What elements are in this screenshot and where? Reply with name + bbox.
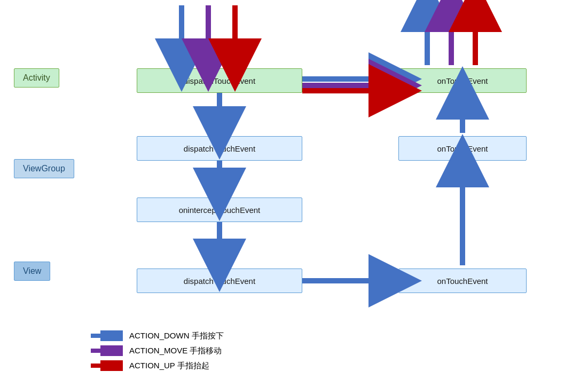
arrows-svg [0,0,588,387]
legend-action-down: ACTION_DOWN 手指按下 [91,330,224,341]
legend: ACTION_DOWN 手指按下 ACTION_MOVE 手指移动 [91,330,224,371]
box-dispatch-activity: dispatchTouchEvent [137,68,302,93]
legend-arrow-red [91,360,123,371]
legend-action-move: ACTION_MOVE 手指移动 [91,345,224,356]
legend-action-up: ACTION_UP 手指抬起 [91,360,224,371]
label-view: View [14,262,50,281]
box-ontouch-view: onTouchEvent [398,268,527,293]
legend-arrow-blue [91,330,123,341]
box-ontouch-vg: onTouchEvent [398,136,527,161]
box-ontouch-activity: onTouchEvent [398,68,527,93]
box-dispatch-view: dispatchTouchEvent [137,268,302,293]
box-dispatch-vg: dispatchTouchEvent [137,136,302,161]
label-activity: Activity [14,68,59,88]
legend-arrow-purple [91,345,123,356]
label-viewgroup: ViewGroup [14,159,74,178]
diagram-container: Activity ViewGroup View dispatchTouchEve… [0,0,588,387]
box-intercept-vg: oninterceptTouchEvent [137,198,302,222]
